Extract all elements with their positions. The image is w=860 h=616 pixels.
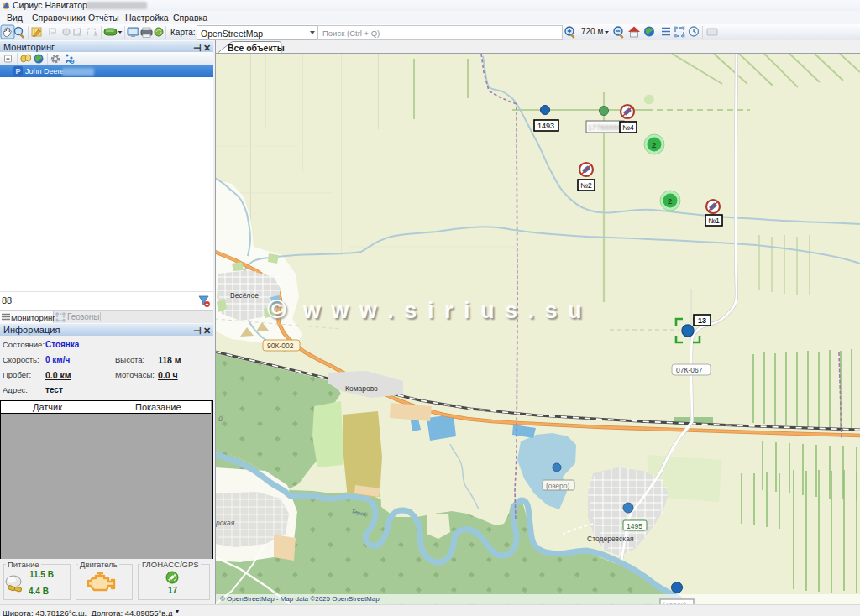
svg-text:1493: 1493 bbox=[538, 122, 554, 130]
svg-text:1495: 1495 bbox=[627, 522, 642, 530]
svg-text:P: P bbox=[16, 67, 21, 76]
svg-text:17788888: 17788888 bbox=[588, 123, 621, 132]
svg-text:720 м: 720 м bbox=[581, 27, 603, 36]
svg-text:90К-002: 90К-002 bbox=[267, 342, 294, 350]
svg-text:Весёлое: Весёлое bbox=[230, 291, 259, 300]
svg-text:Стодеревская: Стодеревская bbox=[587, 535, 634, 543]
svg-text:07К-067: 07К-067 bbox=[676, 366, 703, 374]
svg-text:№1: №1 bbox=[708, 217, 720, 225]
svg-text:13: 13 bbox=[698, 316, 706, 325]
svg-text:2: 2 bbox=[668, 196, 672, 206]
svg-text:й: й bbox=[218, 415, 223, 423]
svg-text:№4: №4 bbox=[622, 123, 634, 132]
svg-text:(озеро): (озеро) bbox=[546, 482, 569, 490]
svg-text:рская: рская bbox=[215, 519, 235, 527]
svg-text:№2: №2 bbox=[580, 181, 592, 190]
svg-text:9: 9 bbox=[71, 58, 75, 65]
svg-text:Комарово: Комарово bbox=[345, 384, 378, 393]
svg-text:2: 2 bbox=[652, 140, 656, 149]
